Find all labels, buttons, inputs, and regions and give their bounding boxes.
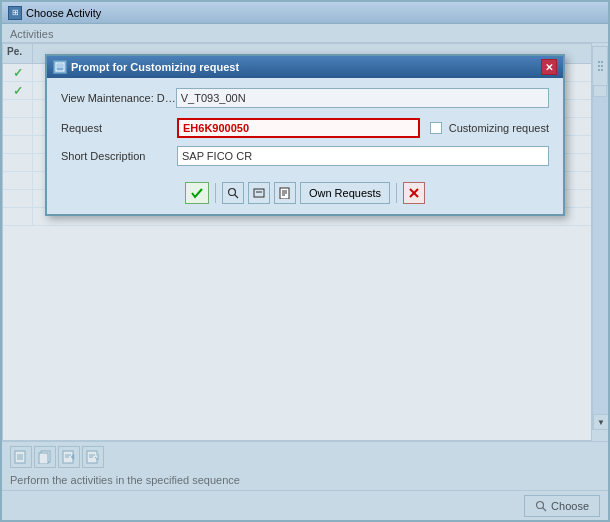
new-item-icon <box>279 187 291 199</box>
cancel-icon <box>408 187 420 199</box>
view-maintenance-label: View Maintenance: D… <box>61 92 176 104</box>
confirm-button[interactable] <box>185 182 209 204</box>
main-window: ⊞ Choose Activity Activities Pe. ✓ ✓ <box>0 0 610 522</box>
modal-overlay: Prompt for Customizing request ✕ View Ma… <box>2 24 608 520</box>
main-window-title: Choose Activity <box>26 7 101 19</box>
short-description-input[interactable] <box>177 146 549 166</box>
request-input[interactable] <box>177 118 420 138</box>
modal-title-icon <box>53 60 67 74</box>
browse2-icon <box>253 187 265 199</box>
browse2-button[interactable] <box>248 182 270 204</box>
main-content-area: Activities Pe. ✓ ✓ <box>2 24 608 520</box>
modal-title-text: Prompt for Customizing request <box>71 61 239 73</box>
browse1-icon <box>227 187 239 199</box>
modal-dialog: Prompt for Customizing request ✕ View Ma… <box>45 54 565 216</box>
view-maintenance-value: V_T093_00N <box>176 88 549 108</box>
browse1-button[interactable] <box>222 182 244 204</box>
request-label: Request <box>61 122 171 134</box>
request-row: Request Customizing request <box>61 118 549 138</box>
customizing-checkbox[interactable] <box>430 122 442 134</box>
modal-title-left: Prompt for Customizing request <box>53 60 239 74</box>
customizing-checkbox-wrapper: Customizing request <box>430 122 549 134</box>
confirm-icon <box>190 186 204 200</box>
separator <box>215 183 216 203</box>
short-description-label: Short Description <box>61 150 171 162</box>
modal-close-button[interactable]: ✕ <box>541 59 557 75</box>
own-requests-button[interactable]: Own Requests <box>300 182 390 204</box>
own-requests-label: Own Requests <box>309 187 381 199</box>
view-maintenance-row: View Maintenance: D… V_T093_00N <box>61 88 549 108</box>
customizing-label: Customizing request <box>449 122 549 134</box>
svg-line-18 <box>234 195 238 199</box>
short-description-row: Short Description <box>61 146 549 166</box>
modal-title-bar: Prompt for Customizing request ✕ <box>47 56 563 78</box>
prompt-icon <box>55 62 65 72</box>
svg-point-17 <box>228 189 235 196</box>
svg-rect-19 <box>254 189 264 197</box>
cancel-button[interactable] <box>403 182 425 204</box>
modal-body: View Maintenance: D… V_T093_00N Request … <box>47 78 563 214</box>
separator <box>396 183 397 203</box>
modal-actions: Own Requests <box>61 176 549 204</box>
new-item-button[interactable] <box>274 182 296 204</box>
main-window-icon: ⊞ <box>8 6 22 20</box>
main-title-bar: ⊞ Choose Activity <box>2 2 608 24</box>
